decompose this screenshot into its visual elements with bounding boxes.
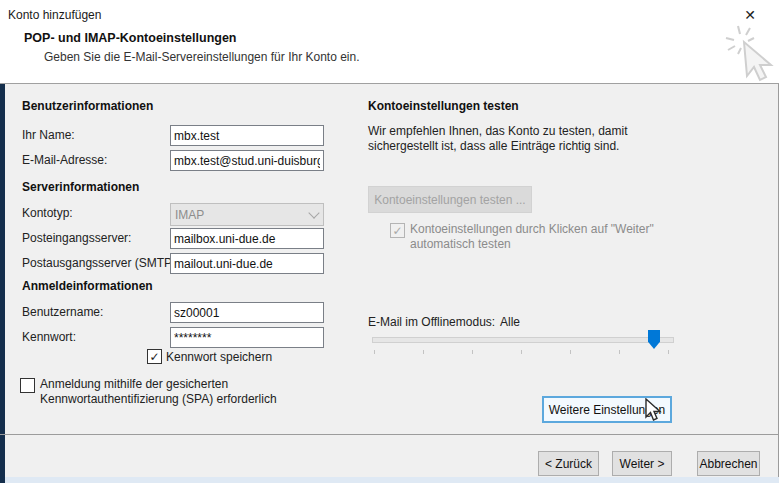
spa-checkbox[interactable] [20,378,35,393]
slider-tick [619,350,620,354]
account-type-value: IMAP [171,208,305,222]
slider-tick [570,350,571,354]
section-server-info: Serverinformationen [22,180,139,194]
name-label: Ihr Name: [22,128,75,142]
close-icon[interactable]: ✕ [738,4,762,26]
slider-tick [668,350,669,354]
section-test-settings: Kontoeinstellungen testen [368,99,519,113]
sparkle-cursor-icon [724,24,778,84]
offline-slider-track[interactable] [372,337,674,343]
slider-tick [472,350,473,354]
spa-label-line2: Kennwortauthentifizierung (SPA) erforder… [40,392,277,406]
offline-mode-value: Alle [500,315,520,329]
dialog-subtitle: Geben Sie die E-Mail-Servereinstellungen… [44,50,360,64]
outgoing-server-input[interactable] [170,253,324,274]
incoming-server-label: Posteingangsserver: [22,231,131,245]
email-label: E-Mail-Adresse: [22,153,107,167]
background-window-bottom [5,477,779,483]
slider-tick [521,350,522,354]
account-type-label: Kontotyp: [22,206,73,220]
incoming-server-input[interactable] [170,228,324,249]
auto-test-label-line2: automatisch testen [410,237,511,251]
username-label: Benutzername: [22,305,103,319]
name-input[interactable] [170,125,324,146]
chevron-down-icon [305,204,323,225]
email-input[interactable] [170,150,324,171]
footer-divider [0,434,779,435]
window-title: Konto hinzufügen [8,8,101,22]
cancel-button[interactable]: Abbrechen [697,451,760,476]
section-login-info: Anmeldeinformationen [22,279,153,293]
next-button[interactable]: Weiter > [612,451,672,476]
slider-tick [374,350,375,354]
password-label: Kennwort: [22,330,76,344]
test-text-line2: sichergestellt ist, dass alle Einträge r… [368,139,619,153]
outgoing-server-label: Postausgangsserver (SMTP): [22,256,179,270]
dialog-heading: POP- und IMAP-Kontoeinstellungen [24,31,237,45]
offline-slider-thumb[interactable] [648,330,660,349]
background-window-edge [0,84,5,483]
username-input[interactable] [170,302,324,323]
back-button[interactable]: < Zurück [538,451,599,476]
section-user-info: Benutzerinformationen [22,99,153,113]
password-input[interactable] [170,327,324,348]
save-password-checkbox[interactable]: ✓ [147,349,162,364]
slider-tick [423,350,424,354]
auto-test-label-line1: Kontoeinstellungen durch Klicken auf "We… [410,222,654,236]
offline-mode-label: E-Mail im Offlinemodus: [368,315,495,329]
test-settings-button: Kontoeinstellungen testen ... [368,186,532,213]
header-divider [0,83,779,84]
add-account-dialog: Konto hinzufügen ✕ POP- und IMAP-Kontoei… [0,0,779,483]
spa-label-line1: Anmeldung mithilfe der gesicherten [40,377,228,391]
mouse-cursor [644,398,662,422]
save-password-label: Kennwort speichern [166,350,272,364]
account-type-select: IMAP [170,203,324,226]
auto-test-checkbox: ✓ [390,223,405,238]
test-text-line1: Wir empfehlen Ihnen, das Konto zu testen… [368,124,627,138]
